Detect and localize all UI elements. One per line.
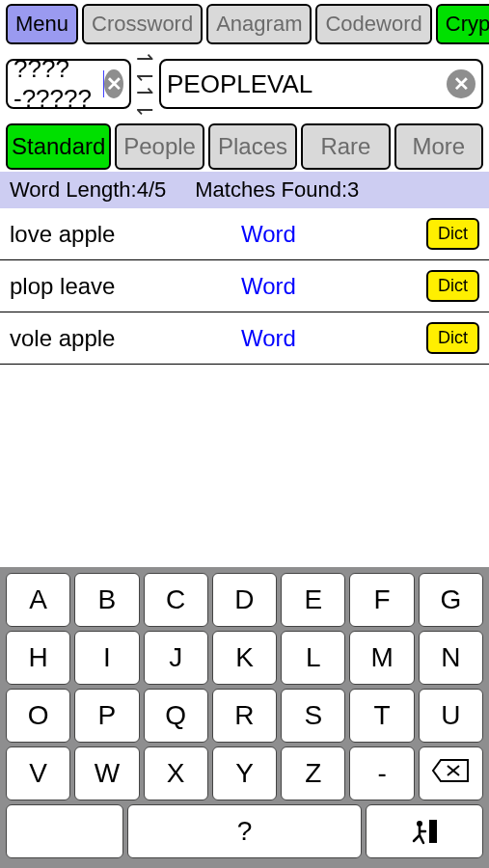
key-m[interactable]: M (349, 631, 414, 685)
results-list: love appleWordDictplop leaveWordDictvole… (0, 208, 489, 365)
word-length-value: 4/5 (137, 177, 167, 202)
key-e[interactable]: E (281, 573, 345, 627)
letters-input[interactable] (167, 69, 447, 99)
dict-button[interactable]: Dict (426, 322, 479, 354)
key-d[interactable]: D (212, 573, 277, 627)
key-h[interactable]: H (6, 631, 70, 685)
word-link[interactable]: Word (241, 221, 426, 248)
clear-right-button[interactable]: ✕ (447, 69, 475, 98)
top-tab-bar: Menu Crossword Anagram Codeword Cryptic (0, 0, 489, 48)
key-b[interactable]: B (74, 573, 139, 627)
close-icon: ✕ (106, 72, 122, 95)
result-word: plop leave (10, 273, 241, 300)
key-f[interactable]: F (349, 573, 414, 627)
key-v[interactable]: V (6, 746, 70, 800)
input-row: ????-????? ✕ ⇀ ↽ ⇀ ↽ ✕ (0, 48, 489, 122)
result-word: love apple (10, 221, 241, 248)
word-link[interactable]: Word (241, 273, 426, 300)
dict-button[interactable]: Dict (426, 270, 479, 302)
result-row: plop leaveWordDict (0, 260, 489, 312)
pattern-input-box[interactable]: ????-????? ✕ (6, 59, 131, 109)
key-j[interactable]: J (144, 631, 208, 685)
key-p[interactable]: P (74, 689, 139, 743)
result-word: vole apple (10, 325, 241, 352)
close-icon: ✕ (453, 72, 470, 95)
word-link[interactable]: Word (241, 325, 426, 352)
word-length-label: Word Length: (10, 177, 137, 202)
key-exit[interactable] (366, 804, 483, 858)
cryptic-tab[interactable]: Cryptic (436, 4, 489, 44)
key-y[interactable]: Y (212, 746, 277, 800)
keyboard: ABCDEFG HIJKLMN OPQRSTU VWXYZ- ? (0, 567, 489, 868)
key-t[interactable]: T (349, 689, 414, 743)
svg-rect-0 (429, 820, 437, 843)
filter-more[interactable]: More (394, 123, 483, 170)
filter-row: Standard People Places Rare More (0, 122, 489, 172)
key-backspace[interactable] (419, 746, 483, 800)
key-x[interactable]: X (144, 746, 208, 800)
key-o[interactable]: O (6, 689, 70, 743)
arrow-left-icon: ↽ (136, 101, 153, 119)
menu-button[interactable]: Menu (6, 4, 78, 44)
letters-input-box[interactable]: ✕ (159, 59, 483, 109)
key-q[interactable]: Q (144, 689, 208, 743)
key-u[interactable]: U (419, 689, 483, 743)
key-n[interactable]: N (419, 631, 483, 685)
result-row: love appleWordDict (0, 208, 489, 260)
clear-left-button[interactable]: ✕ (104, 69, 123, 98)
key-blank-left[interactable] (6, 804, 123, 858)
dict-button[interactable]: Dict (426, 218, 479, 250)
filter-people[interactable]: People (115, 123, 204, 170)
key--[interactable]: - (349, 746, 414, 800)
key-k[interactable]: K (212, 631, 277, 685)
crossword-tab[interactable]: Crossword (82, 4, 203, 44)
filter-standard[interactable]: Standard (6, 123, 111, 170)
key-c[interactable]: C (144, 573, 208, 627)
result-row: vole appleWordDict (0, 312, 489, 365)
key-question[interactable]: ? (127, 804, 362, 858)
status-bar: Word Length:4/5 Matches Found:3 (0, 172, 489, 208)
key-w[interactable]: W (74, 746, 139, 800)
codeword-tab[interactable]: Codeword (315, 4, 431, 44)
key-i[interactable]: I (74, 631, 139, 685)
key-r[interactable]: R (212, 689, 277, 743)
backspace-icon (431, 758, 470, 790)
matches-label: Matches Found: (195, 177, 347, 202)
key-s[interactable]: S (281, 689, 345, 743)
key-z[interactable]: Z (281, 746, 345, 800)
key-g[interactable]: G (419, 573, 483, 627)
key-a[interactable]: A (6, 573, 70, 627)
filter-rare[interactable]: Rare (301, 123, 390, 170)
swap-button[interactable]: ⇀ ↽ ⇀ ↽ (135, 50, 155, 118)
exit-icon (408, 818, 441, 845)
filter-places[interactable]: Places (208, 123, 297, 170)
anagram-tab[interactable]: Anagram (206, 4, 312, 44)
pattern-input[interactable]: ????-????? (14, 54, 102, 114)
matches-value: 3 (347, 177, 359, 202)
key-l[interactable]: L (281, 631, 345, 685)
